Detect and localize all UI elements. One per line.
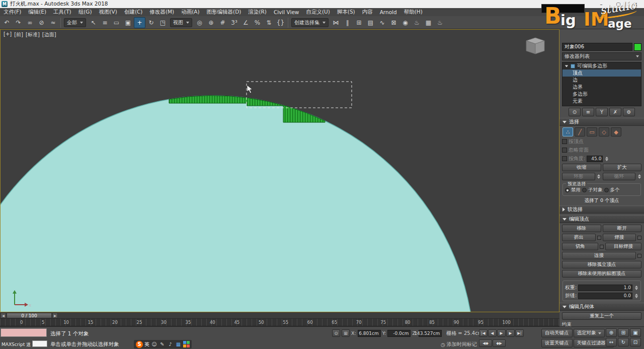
lock-selection-toggle[interactable]: ⊙ bbox=[332, 329, 340, 337]
shrink-button[interactable]: 收缩 bbox=[562, 164, 601, 171]
grow-button[interactable]: 扩大 bbox=[603, 164, 642, 171]
weld-button[interactable]: 焊接 bbox=[603, 234, 636, 241]
zoom-extents-icon[interactable]: ▣ bbox=[630, 328, 641, 337]
ring-spinner[interactable] bbox=[597, 174, 601, 179]
edge-mode-icon[interactable]: ╱ bbox=[575, 127, 585, 136]
ring-button[interactable]: 环形 bbox=[562, 173, 595, 180]
minimize-button[interactable]: – bbox=[593, 0, 610, 8]
rollout-edit-geometry[interactable]: 编辑几何体 bbox=[559, 303, 644, 311]
menu-item-help[interactable]: 帮助(H) bbox=[400, 8, 426, 16]
extrude-settings-button[interactable] bbox=[597, 236, 601, 240]
menu-item-arnold[interactable]: Arnold bbox=[376, 9, 400, 16]
maxscript-listener-input[interactable] bbox=[32, 340, 47, 347]
track-bar[interactable]: 0510152025303540455055606570758085909510… bbox=[0, 319, 559, 326]
select-and-manipulate-icon[interactable]: ⊕ bbox=[205, 17, 217, 28]
use-pivot-center-icon[interactable]: ◎ bbox=[194, 17, 205, 28]
select-and-move-icon[interactable]: + bbox=[134, 17, 145, 28]
unlink-selection-icon[interactable]: ⊘ bbox=[36, 17, 47, 28]
orbit-icon[interactable]: ↻ bbox=[618, 338, 629, 346]
zoom-all-icon[interactable]: ⊞ bbox=[618, 328, 629, 337]
connect-button[interactable]: 连接 bbox=[562, 252, 636, 259]
crease-spinner[interactable] bbox=[634, 294, 638, 298]
select-object-icon[interactable]: ↖ bbox=[88, 17, 99, 28]
angle-value-field[interactable]: 45.0 bbox=[587, 156, 603, 162]
weight-spinner[interactable] bbox=[634, 286, 638, 290]
previous-key-button[interactable]: ◀◆ bbox=[479, 339, 492, 347]
ribbon-toggle-icon[interactable]: ▤ bbox=[365, 17, 376, 28]
bind-to-space-warp-icon[interactable]: ≈ bbox=[47, 17, 59, 28]
menu-item-customize[interactable]: 自定义(U) bbox=[302, 8, 333, 16]
close-button[interactable]: × bbox=[627, 0, 644, 8]
menu-item-create[interactable]: 创建(C) bbox=[121, 8, 146, 16]
named-selection-sets-dropdown[interactable]: 创建选择集 bbox=[291, 18, 329, 27]
chamfer-settings-button[interactable] bbox=[600, 245, 604, 249]
set-key-button[interactable]: 设置关键点 bbox=[541, 339, 573, 347]
auto-key-button[interactable]: 自动关键点 bbox=[541, 329, 573, 337]
percent-snap-icon[interactable]: % bbox=[252, 17, 263, 28]
make-unique-icon[interactable]: Y bbox=[596, 108, 608, 116]
repeat-last-button[interactable]: 重复上一个 bbox=[562, 312, 641, 320]
snap-toggle-icon[interactable]: 3³ bbox=[228, 17, 240, 28]
ime-language-toggle[interactable]: 英 bbox=[144, 341, 149, 348]
view-cube[interactable] bbox=[526, 38, 544, 54]
vertex-mode-icon[interactable]: ∴ bbox=[562, 127, 573, 136]
angle-spinner[interactable] bbox=[604, 157, 609, 161]
x-coordinate-field[interactable]: 6.801cm bbox=[358, 330, 381, 337]
viewport-canvas[interactable]: x bbox=[1, 30, 559, 312]
ime-pen-icon[interactable]: ✎ bbox=[159, 341, 166, 347]
ime-toolbox-icon[interactable] bbox=[183, 341, 190, 347]
next-frame-button[interactable]: ▶ bbox=[506, 329, 515, 337]
viewport-menu-view[interactable]: [前] bbox=[14, 31, 23, 38]
menu-item-graph-editors[interactable]: 图形编辑器(D) bbox=[203, 8, 245, 16]
edit-named-selection-sets-icon[interactable]: {} bbox=[275, 17, 286, 28]
remove-modifier-icon[interactable]: ✗ bbox=[609, 108, 621, 116]
object-color-swatch[interactable] bbox=[634, 43, 641, 51]
by-angle-checkbox[interactable] bbox=[562, 156, 567, 161]
pan-icon[interactable]: ↔ bbox=[606, 338, 617, 346]
extrude-button[interactable]: 挤出 bbox=[562, 234, 596, 241]
sogou-logo[interactable]: S bbox=[136, 341, 143, 348]
preview-multiple-radio[interactable] bbox=[604, 188, 609, 192]
zoom-icon[interactable]: ⊕ bbox=[606, 328, 617, 337]
rollout-soft-selection[interactable]: 软选择 bbox=[559, 205, 644, 214]
remove-unused-map-vertices-button[interactable]: 移除未使用的贴图顶点 bbox=[562, 270, 641, 277]
stack-item-element[interactable]: 元素 bbox=[562, 98, 641, 105]
by-vertex-checkbox[interactable] bbox=[562, 139, 567, 144]
select-and-scale-icon[interactable]: ◳ bbox=[157, 17, 169, 28]
ignore-backfacing-checkbox[interactable] bbox=[562, 148, 567, 153]
viewport-front[interactable]: [+] [前] [标准] [边面] x bbox=[0, 29, 559, 312]
y-coordinate-field[interactable]: -0.0cm bbox=[387, 330, 411, 337]
layer-manager-icon[interactable]: ⊞ bbox=[353, 17, 365, 28]
weld-settings-button[interactable] bbox=[637, 236, 641, 240]
play-button[interactable]: ▶ bbox=[497, 329, 506, 337]
connect-settings-button[interactable] bbox=[637, 254, 641, 258]
material-editor-icon[interactable]: ◉ bbox=[399, 17, 411, 28]
loop-spinner[interactable] bbox=[637, 174, 641, 179]
keyboard-shortcut-override-icon[interactable]: # bbox=[217, 17, 228, 28]
time-back-button[interactable]: ◀ bbox=[1, 313, 6, 318]
viewport-menu-style[interactable]: [标准] bbox=[26, 31, 40, 38]
stack-item-editable-poly[interactable]: 可编辑多边形 bbox=[562, 62, 641, 69]
schematic-view-icon[interactable]: ⊠ bbox=[388, 17, 399, 28]
rollout-selection[interactable]: 选择 bbox=[559, 118, 644, 126]
go-to-end-button[interactable]: ▶| bbox=[515, 329, 524, 337]
menu-item-content[interactable]: 内容 bbox=[359, 8, 376, 16]
stack-item-polygon[interactable]: 多边形 bbox=[562, 91, 641, 98]
border-mode-icon[interactable]: ▭ bbox=[587, 127, 597, 136]
maximize-button[interactable]: ▢ bbox=[610, 0, 627, 8]
stack-item-border[interactable]: 边界 bbox=[562, 84, 641, 91]
align-icon[interactable]: ∥ bbox=[342, 17, 353, 28]
pin-stack-icon[interactable]: ⊙ bbox=[569, 108, 581, 116]
render-setup-icon[interactable]: ♨ bbox=[411, 17, 423, 28]
menu-item-group[interactable]: 组(G) bbox=[75, 8, 96, 16]
weight-field[interactable]: 1.0 bbox=[578, 285, 632, 291]
menu-item-animation[interactable]: 动画(A) bbox=[178, 8, 203, 16]
loop-button[interactable]: 循环 bbox=[603, 173, 636, 180]
modifier-stack[interactable]: 可编辑多边形 顶点 边 边界 多边形 元素 bbox=[562, 62, 641, 106]
curve-editor-icon[interactable]: ∿ bbox=[376, 17, 388, 28]
stack-item-edge[interactable]: 边 bbox=[562, 77, 641, 84]
viewport-menu-general[interactable]: [+] bbox=[4, 31, 12, 38]
window-crossing-toggle-icon[interactable]: ▣ bbox=[122, 17, 134, 28]
modifier-list-dropdown[interactable]: 修改器列表 bbox=[562, 52, 641, 60]
sphere-object[interactable] bbox=[1, 96, 474, 312]
